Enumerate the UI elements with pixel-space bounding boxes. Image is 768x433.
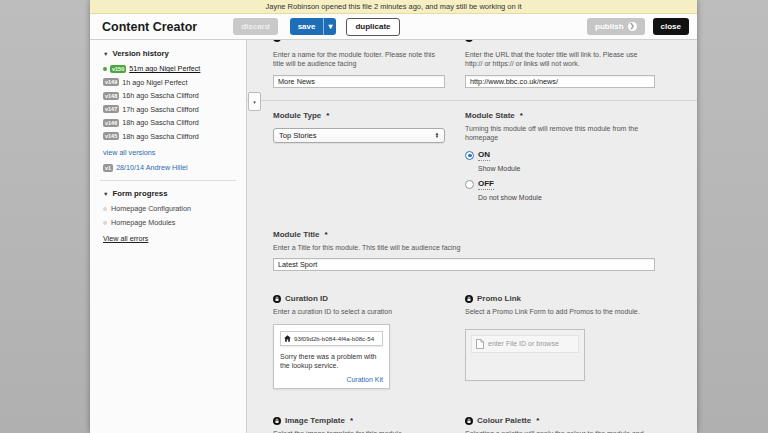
current-version-dot-icon xyxy=(103,67,107,71)
version-badge: v147 xyxy=(103,105,119,113)
form-progress-header[interactable]: ▼ Form progress xyxy=(103,189,236,198)
collapse-triangle-icon: ▼ xyxy=(103,191,108,197)
footer-title-help: Enter a name for the module footer. Plea… xyxy=(273,50,445,69)
collapse-triangle-icon: ▼ xyxy=(103,51,108,57)
image-palette-section: Image Template * Select the image templa… xyxy=(273,416,697,433)
lock-icon xyxy=(465,417,473,425)
radio-icon xyxy=(465,180,474,189)
version-label: 51m ago Nigel Perfect xyxy=(129,64,200,73)
module-state-help: Turning this module off will remove this… xyxy=(465,124,655,143)
curation-id-chip[interactable]: 93f09d2b-b084-4f4a-b08c-54 xyxy=(280,331,383,346)
version-item[interactable]: v145 18h ago Sascha Clifford xyxy=(103,132,236,141)
version-badge: v149 xyxy=(103,78,119,86)
progress-item-homepage-modules[interactable]: Homepage Modules xyxy=(103,218,236,227)
module-state-field: Module State * Turning this module off w… xyxy=(465,111,655,201)
lock-icon xyxy=(465,295,473,303)
promo-link-label: Promo Link xyxy=(465,294,655,303)
discard-button[interactable]: discard xyxy=(233,18,277,35)
version-item[interactable]: v149 1h ago Nigel Perfect xyxy=(103,78,236,87)
first-version-item[interactable]: v1 28/10/14 Andrew Hillel xyxy=(103,163,236,172)
on-label: ON xyxy=(478,150,490,161)
module-type-value: Top Stories xyxy=(279,131,317,140)
off-label: OFF xyxy=(478,179,494,190)
lock-icon xyxy=(465,40,473,42)
module-type-select[interactable]: Top Stories ▲▼ xyxy=(273,128,445,143)
promo-link-help: Select a Promo Link Form to add Promos t… xyxy=(465,307,655,316)
curation-id-box: 93f09d2b-b084-4f4a-b08c-54 Sorry there w… xyxy=(273,324,390,390)
curation-promo-section: Curation ID Enter a curation ID to selec… xyxy=(273,294,697,389)
version-item[interactable]: v148 16h ago Sascha Clifford xyxy=(103,91,236,100)
sidebar: ▼ Version history v150 51m ago Nigel Per… xyxy=(90,40,247,433)
image-template-field: Image Template * Select the image templa… xyxy=(273,416,445,433)
version-badge: v145 xyxy=(103,132,119,140)
module-state-off-radio[interactable]: OFF xyxy=(465,179,655,190)
version-item[interactable]: v147 17h ago Sascha Clifford xyxy=(103,105,236,114)
colour-palette-label: Colour Palette * xyxy=(465,416,655,425)
module-state-on-radio[interactable]: ON xyxy=(465,150,655,161)
version-item[interactable]: v150 51m ago Nigel Perfect xyxy=(103,64,236,73)
app-title: Content Creator xyxy=(102,20,197,34)
progress-dot-icon xyxy=(103,221,107,225)
footer-fields-section: Enter a name for the module footer. Plea… xyxy=(273,46,697,88)
app-body: ▼ Version history v150 51m ago Nigel Per… xyxy=(90,40,697,433)
footer-title-label: Footer Title * xyxy=(273,40,445,42)
promo-link-placeholder: enter File ID or browse xyxy=(488,340,559,347)
footer-url-input[interactable] xyxy=(465,75,655,88)
module-state-label: Module State * xyxy=(465,111,655,120)
image-template-help: Select the image template for this modul… xyxy=(273,429,445,433)
version-badge: v148 xyxy=(103,92,119,100)
publish-button[interactable]: publish ❯ xyxy=(587,18,644,35)
footer-url-label: Footer URL * xyxy=(465,40,655,42)
version-badge: v150 xyxy=(110,65,126,73)
footer-title-input[interactable] xyxy=(273,75,445,88)
curation-kit-link[interactable]: Curation Kit xyxy=(280,376,383,383)
publish-label: publish xyxy=(595,22,623,31)
colour-palette-field: Colour Palette * Selecting a palette wil… xyxy=(465,416,655,433)
progress-item-homepage-configuration[interactable]: Homepage Configuration xyxy=(103,204,236,213)
progress-label: Homepage Configuration xyxy=(111,204,191,213)
module-type-field: Module Type * Top Stories ▲▼ xyxy=(273,111,445,201)
module-type-label: Module Type * xyxy=(273,111,445,120)
notification-text: Jayne Robinson opened this file 2 minute… xyxy=(266,2,522,11)
save-split-button: save ▾ xyxy=(290,18,337,35)
close-button[interactable]: close xyxy=(653,18,689,35)
footer-url-help: Enter the URL that the footer title will… xyxy=(465,50,655,69)
footer-url-field: Enter the URL that the footer title will… xyxy=(465,46,655,88)
module-title-input[interactable] xyxy=(273,258,655,271)
version-badge: v1 xyxy=(103,164,113,172)
chevron-down-icon: ▾ xyxy=(328,22,332,31)
version-label: 28/10/14 Andrew Hillel xyxy=(116,163,188,172)
file-icon xyxy=(476,339,484,349)
version-history-title: Version history xyxy=(112,49,168,58)
radio-icon xyxy=(465,151,474,160)
desktop-background: Jayne Robinson opened this file 2 minute… xyxy=(0,0,768,433)
app-header: Content Creator discard save ▾ duplicate… xyxy=(90,14,697,40)
colour-palette-help: Selecting a palette will apply the colou… xyxy=(465,429,655,433)
view-all-errors-link[interactable]: View all errors xyxy=(103,234,148,243)
on-description: Show Module xyxy=(478,165,655,172)
view-all-versions-link[interactable]: view all versions xyxy=(103,148,155,157)
footer-title-field: Enter a name for the module footer. Plea… xyxy=(273,46,445,88)
sidebar-divider xyxy=(100,180,236,181)
curation-id-help: Enter a curation ID to select a curation xyxy=(273,307,445,316)
save-button[interactable]: save xyxy=(290,18,324,35)
module-type-state-section: Module Type * Top Stories ▲▼ Module Stat… xyxy=(273,111,697,201)
sidebar-collapse-button[interactable]: ▾ xyxy=(248,92,261,111)
version-item[interactable]: v146 18h ago Sascha Clifford xyxy=(103,118,236,127)
module-title-label: Module Title * xyxy=(273,230,697,239)
save-dropdown-button[interactable]: ▾ xyxy=(323,18,336,35)
version-label: 1h ago Nigel Perfect xyxy=(122,78,187,87)
file-lock-notification: Jayne Robinson opened this file 2 minute… xyxy=(90,0,697,14)
lock-icon xyxy=(273,295,281,303)
version-history-header[interactable]: ▼ Version history xyxy=(103,49,236,58)
progress-dot-icon xyxy=(103,207,107,211)
off-description: Do not show Module xyxy=(478,194,655,201)
duplicate-button[interactable]: duplicate xyxy=(346,18,399,36)
chevron-down-icon: ▾ xyxy=(253,99,256,105)
version-badge: v146 xyxy=(103,119,119,127)
promo-link-dropzone[interactable]: enter File ID or browse xyxy=(465,329,585,381)
home-icon xyxy=(284,335,291,342)
version-label: 17h ago Sascha Clifford xyxy=(122,105,199,114)
lookup-error-text: Sorry there was a problem with the looku… xyxy=(280,352,383,372)
arrow-right-icon: ❯ xyxy=(628,22,637,31)
